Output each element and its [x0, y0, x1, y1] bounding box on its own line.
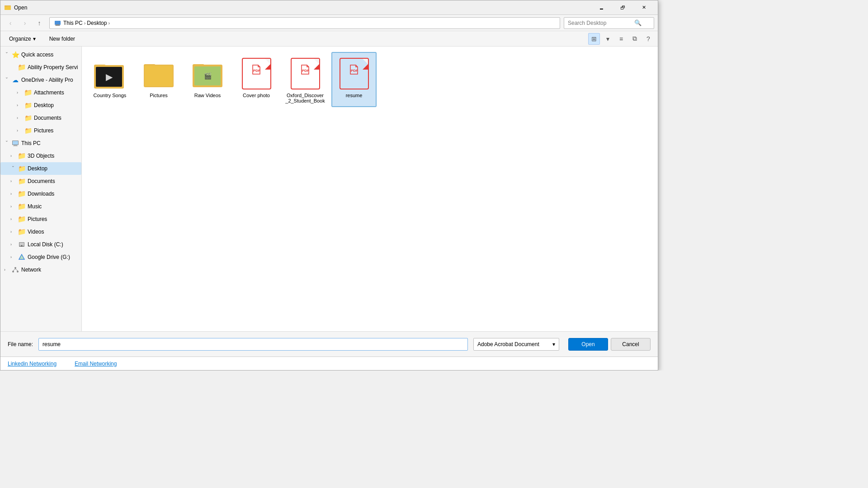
sidebar-item-quick-access[interactable]: › ⭐ Quick access: [0, 48, 81, 61]
svg-rect-9: [13, 146, 18, 146]
view-dropdown[interactable]: ▾: [602, 33, 613, 45]
cancel-button[interactable]: Cancel: [611, 338, 651, 351]
sidebar-item-music[interactable]: › 📁 Music: [0, 200, 81, 213]
sidebar-item-pictures-od[interactable]: › 📁 Pictures: [0, 124, 81, 137]
action-bar: Organize ▾ New folder ⊞ ▾ ≡ ⧉ ?: [0, 31, 658, 47]
sidebar-item-pictures-pc[interactable]: › 📁 Pictures: [0, 213, 81, 225]
new-folder-button[interactable]: New folder: [44, 33, 80, 45]
main-area: › ⭐ Quick access 📁 Ability Property Serv…: [0, 47, 658, 331]
breadcrumb-this-pc[interactable]: This PC: [63, 20, 83, 26]
chevron-icon: ›: [17, 116, 22, 120]
nav-toolbar: ‹ › ↑ This PC › Desktop › 🔍: [0, 15, 658, 31]
title-bar: Open 🗕 🗗 ✕: [0, 0, 658, 15]
view-preview[interactable]: ⧉: [629, 33, 641, 45]
folder-icon: 📁: [18, 202, 26, 211]
chevron-icon: ›: [5, 77, 9, 83]
svg-rect-1: [5, 6, 11, 10]
filetype-arrow: ▾: [552, 341, 555, 347]
bottom-buttons: Open Cancel: [568, 338, 651, 351]
file-item-oxford[interactable]: PDF Oxford_Discover_2_Student_Book: [283, 52, 328, 107]
breadcrumb-desktop[interactable]: Desktop: [87, 20, 107, 26]
svg-rect-5: [55, 25, 60, 26]
sidebar-item-desktop-od[interactable]: › 📁 Desktop: [0, 99, 81, 112]
open-button[interactable]: Open: [568, 338, 608, 351]
svg-rect-3: [55, 21, 61, 25]
help-button[interactable]: ?: [642, 33, 654, 45]
search-input[interactable]: [564, 17, 654, 29]
chevron-icon: ›: [5, 52, 9, 57]
filetype-select[interactable]: Adobe Acrobat Document ▾: [473, 338, 559, 351]
file-item-pictures[interactable]: Pictures: [136, 52, 181, 107]
sidebar-item-videos[interactable]: › 📁 Videos: [0, 225, 81, 238]
network-icon: [11, 266, 19, 274]
chevron-icon: ›: [17, 103, 22, 108]
svg-marker-14: [19, 254, 24, 259]
breadcrumb[interactable]: This PC › Desktop ›: [49, 17, 560, 29]
organize-button[interactable]: Organize ▾: [4, 33, 41, 45]
file-item-country-songs[interactable]: ▶ Country Songs: [87, 52, 132, 107]
chevron-icon: ›: [10, 217, 16, 221]
minimize-button[interactable]: 🗕: [591, 0, 612, 15]
file-grid: ▶ Country Songs Pict: [87, 52, 652, 107]
chevron-icon: ›: [5, 141, 9, 146]
svg-rect-7: [13, 141, 18, 145]
sidebar-item-this-pc[interactable]: › This PC: [0, 137, 81, 150]
sidebar-item-desktop[interactable]: › 📁 Desktop: [0, 162, 81, 175]
sidebar-item-downloads[interactable]: › 📁 Downloads: [0, 188, 81, 200]
bottom-bar: File name: Adobe Acrobat Document ▾ Open…: [0, 331, 658, 357]
chevron-icon: ›: [10, 255, 16, 259]
svg-point-12: [21, 245, 23, 247]
sidebar-item-ability[interactable]: 📁 Ability Property Servi: [0, 61, 81, 74]
folder-icon: 📁: [18, 63, 26, 71]
folder-icon: 📁: [24, 89, 32, 97]
file-label: resume: [346, 93, 363, 98]
close-button[interactable]: ✕: [633, 0, 654, 15]
sidebar-item-network[interactable]: › Network: [0, 263, 81, 276]
sidebar-item-documents-od[interactable]: › 📁 Documents: [0, 112, 81, 124]
chevron-icon: ›: [10, 154, 16, 158]
pdf-adobe-icon: PDF: [250, 63, 263, 79]
pdf-fold: [265, 59, 270, 70]
sidebar-item-label: Network: [21, 267, 41, 273]
file-item-raw-videos[interactable]: 🎬 Raw Videos: [185, 52, 230, 107]
sidebar-item-label: Google Drive (G:): [28, 254, 70, 260]
sidebar-item-attachments[interactable]: › 📁 Attachments: [0, 86, 81, 99]
filetype-value: Adobe Acrobat Document: [477, 341, 539, 347]
sidebar-item-label: Local Disk (C:): [28, 241, 63, 248]
pc-icon: [11, 139, 19, 147]
taskbar-item-2[interactable]: Email Networking: [75, 361, 117, 367]
sidebar-item-documents[interactable]: › 📁 Documents: [0, 175, 81, 188]
taskbar-peek: Linkedin Networking Email Networking: [0, 357, 658, 370]
file-item-cover-photo[interactable]: PDF Cover photo: [234, 52, 279, 107]
taskbar-item-1[interactable]: Linkedin Networking: [8, 361, 57, 367]
svg-text:PDF: PDF: [302, 69, 309, 73]
forward-button[interactable]: ›: [19, 17, 31, 29]
sidebar-item-3d-objects[interactable]: › 📁 3D Objects: [0, 150, 81, 162]
view-details[interactable]: ≡: [615, 33, 627, 45]
pdf-fold: [363, 59, 368, 70]
quick-access-icon: ⭐: [11, 51, 19, 59]
back-button[interactable]: ‹: [4, 17, 17, 29]
sidebar-item-local-disk[interactable]: › Local Disk (C:): [0, 238, 81, 251]
svg-text:PDF: PDF: [253, 69, 260, 73]
sidebar-item-label: 3D Objects: [28, 153, 54, 159]
folder-blue-icon: 📁: [18, 177, 26, 185]
folder-blue-icon: 📁: [24, 101, 32, 109]
maximize-button[interactable]: 🗗: [612, 0, 633, 15]
search-container: 🔍: [564, 17, 654, 29]
sidebar-item-label: Videos: [28, 229, 44, 235]
window-controls: 🗕 🗗 ✕: [591, 0, 654, 15]
sidebar-item-label: This PC: [21, 140, 41, 146]
up-button[interactable]: ↑: [33, 17, 46, 29]
file-item-resume[interactable]: PDF resume: [331, 52, 377, 107]
sidebar-item-label: Desktop: [34, 102, 54, 108]
view-large-icons[interactable]: ⊞: [588, 33, 600, 45]
chevron-icon: ›: [10, 230, 16, 234]
pdf-adobe-icon: PDF: [348, 63, 360, 79]
chevron-icon: ›: [10, 192, 16, 196]
sidebar-item-google-drive[interactable]: › Google Drive (G:): [0, 251, 81, 263]
sidebar-item-onedrive[interactable]: › ☁ OneDrive - Ability Pro: [0, 74, 81, 86]
sidebar-item-label: Quick access: [21, 52, 53, 58]
filename-input[interactable]: [38, 338, 468, 351]
file-label: Cover photo: [243, 93, 270, 98]
